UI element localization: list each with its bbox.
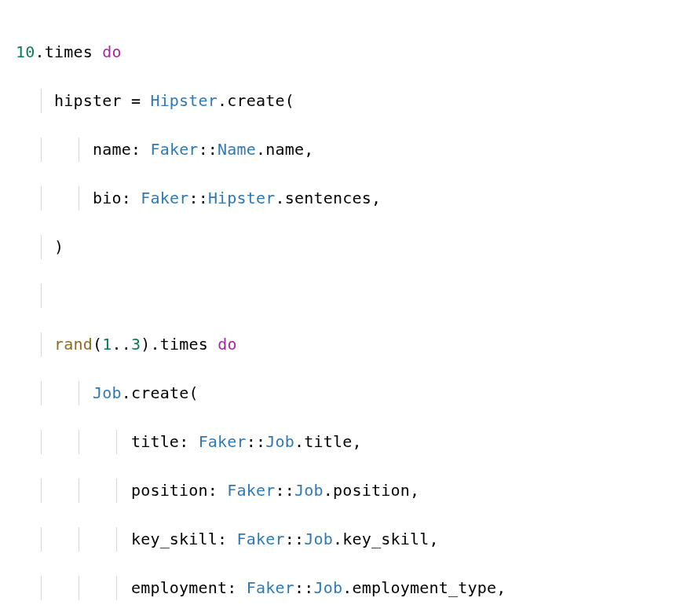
code-line: bio: Faker::Hipster.sentences, bbox=[16, 186, 675, 211]
code-line: title: Faker::Job.title, bbox=[16, 430, 675, 454]
code-line: rand(1..3).times do bbox=[16, 332, 675, 357]
code-line bbox=[16, 284, 675, 308]
code-line: ) bbox=[16, 235, 675, 259]
method-call: rand bbox=[54, 335, 93, 354]
code-line: position: Faker::Job.position, bbox=[16, 478, 675, 503]
code-line: Job.create( bbox=[16, 381, 675, 405]
number-literal: 10 bbox=[16, 42, 35, 61]
code-line: name: Faker::Name.name, bbox=[16, 138, 675, 162]
code-line: hipster = Hipster.create( bbox=[16, 89, 675, 113]
keyword-do: do bbox=[102, 42, 121, 61]
constant: Hipster bbox=[150, 91, 218, 110]
code-block: 10.times do hipster = Hipster.create( na… bbox=[16, 16, 675, 616]
code-line: employment: Faker::Job.employment_type, bbox=[16, 576, 675, 600]
code-line: key_skill: Faker::Job.key_skill, bbox=[16, 527, 675, 552]
code-line: 10.times do bbox=[16, 40, 675, 64]
